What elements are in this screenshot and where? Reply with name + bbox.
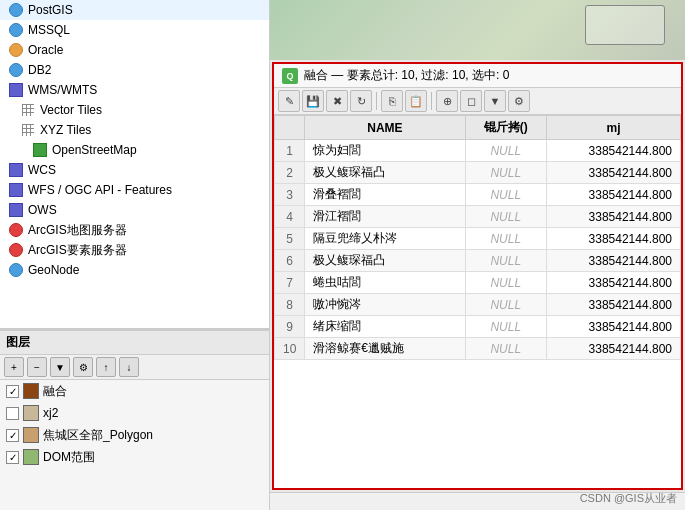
- table-row[interactable]: 1 惊为妇閭 NULL 338542144.800: [275, 140, 681, 162]
- layer-checkbox-xj2[interactable]: [6, 407, 19, 420]
- table-row[interactable]: 6 极乂鳆琛福凸 NULL 338542144.800: [275, 250, 681, 272]
- row-name: 极乂鳆琛福凸: [305, 250, 465, 272]
- row-num: 7: [275, 272, 305, 294]
- layers-down-button[interactable]: ↓: [119, 357, 139, 377]
- layer-item-xj2[interactable]: xj2: [0, 402, 269, 424]
- layers-add-button[interactable]: +: [4, 357, 24, 377]
- table-row[interactable]: 5 隔豆兜缔乂朴涔 NULL 338542144.800: [275, 228, 681, 250]
- row-linebiao: NULL: [465, 316, 546, 338]
- sidebar-item-wfs[interactable]: WFS / OGC API - Features: [0, 180, 269, 200]
- options-button[interactable]: ⚙: [508, 90, 530, 112]
- row-mj: 338542144.800: [546, 162, 680, 184]
- db-icon: [8, 62, 24, 78]
- layers-up-button[interactable]: ↑: [96, 357, 116, 377]
- sidebar-item-mssql[interactable]: MSSQL: [0, 20, 269, 40]
- sep1: [376, 92, 377, 110]
- sidebar-item-ows[interactable]: OWS: [0, 200, 269, 220]
- row-num: 1: [275, 140, 305, 162]
- layer-swatch-ronghe: [23, 383, 39, 399]
- row-name: 滑江褶閭: [305, 206, 465, 228]
- map-area[interactable]: [270, 0, 685, 60]
- row-num: 10: [275, 338, 305, 360]
- sidebar-item-arcgis-map[interactable]: ArcGIS地图服务器: [0, 220, 269, 240]
- map-decoration: [585, 5, 665, 45]
- sidebar-item-arcgis-feature[interactable]: ArcGIS要素服务器: [0, 240, 269, 260]
- copy-button[interactable]: ⎘: [381, 90, 403, 112]
- layer-item-ronghe[interactable]: ✓ 融合: [0, 380, 269, 402]
- row-linebiao: NULL: [465, 140, 546, 162]
- layer-swatch-xj2: [23, 405, 39, 421]
- delete-button[interactable]: ✖: [326, 90, 348, 112]
- row-mj: 338542144.800: [546, 140, 680, 162]
- layer-checkbox-ronghe[interactable]: ✓: [6, 385, 19, 398]
- col-header-mj[interactable]: mj: [546, 116, 680, 140]
- row-num: 2: [275, 162, 305, 184]
- layers-remove-button[interactable]: −: [27, 357, 47, 377]
- table-row[interactable]: 9 绪床缩閭 NULL 338542144.800: [275, 316, 681, 338]
- sidebar-item-openstreetmap[interactable]: OpenStreetMap: [0, 140, 269, 160]
- table-header-bar: Q 融合 — 要素总计: 10, 过滤: 10, 选中: 0: [274, 64, 681, 88]
- sidebar-item-wcs[interactable]: WCS: [0, 160, 269, 180]
- sidebar-item-postgis[interactable]: PostGIS: [0, 0, 269, 20]
- row-mj: 338542144.800: [546, 338, 680, 360]
- save-button[interactable]: 💾: [302, 90, 324, 112]
- row-linebiao: NULL: [465, 294, 546, 316]
- sidebar-item-vector-tiles[interactable]: Vector Tiles: [0, 100, 269, 120]
- layer-swatch-dom: [23, 449, 39, 465]
- row-mj: 338542144.800: [546, 272, 680, 294]
- col-header-name[interactable]: NAME: [305, 116, 465, 140]
- table-row[interactable]: 2 极乂鳆琛福凸 NULL 338542144.800: [275, 162, 681, 184]
- row-name: 滑叠褶閭: [305, 184, 465, 206]
- row-mj: 338542144.800: [546, 184, 680, 206]
- row-name: 惊为妇閭: [305, 140, 465, 162]
- layers-settings-button[interactable]: ⚙: [73, 357, 93, 377]
- table-row[interactable]: 7 蜷虫咕閭 NULL 338542144.800: [275, 272, 681, 294]
- zoom-selected-button[interactable]: ⊕: [436, 90, 458, 112]
- grid-icon: [20, 122, 36, 138]
- table-panel: Q 融合 — 要素总计: 10, 过滤: 10, 选中: 0 ✎ 💾 ✖ ↻ ⎘…: [272, 62, 683, 490]
- col-header-linebiao[interactable]: 锟斤拷(): [465, 116, 546, 140]
- wms-icon: [8, 82, 24, 98]
- table-row[interactable]: 8 嗷冲惋涔 NULL 338542144.800: [275, 294, 681, 316]
- sep2: [431, 92, 432, 110]
- row-num: 8: [275, 294, 305, 316]
- layer-item-jiaocheng[interactable]: ✓ 焦城区全部_Polygon: [0, 424, 269, 446]
- layers-toolbar: + − ▼ ⚙ ↑ ↓: [0, 355, 269, 380]
- layer-checkbox-dom[interactable]: ✓: [6, 451, 19, 464]
- col-header-rownum: [275, 116, 305, 140]
- sidebar-item-db2[interactable]: DB2: [0, 60, 269, 80]
- paste-button[interactable]: 📋: [405, 90, 427, 112]
- sidebar-item-geonode[interactable]: GeoNode: [0, 260, 269, 280]
- row-num: 6: [275, 250, 305, 272]
- select-all-button[interactable]: ◻: [460, 90, 482, 112]
- bottom-bar: CSDN @GIS从业者: [270, 492, 685, 510]
- table-row[interactable]: 3 滑叠褶閭 NULL 338542144.800: [275, 184, 681, 206]
- layer-checkbox-jiaocheng[interactable]: ✓: [6, 429, 19, 442]
- layers-filter-button[interactable]: ▼: [50, 357, 70, 377]
- connection-tree: PostGIS MSSQL Oracle DB2 WMS/WMTS: [0, 0, 269, 330]
- wms-icon: [8, 202, 24, 218]
- layers-panel: 图层 + − ▼ ⚙ ↑ ↓ ✓ 融合 xj2 ✓ 焦城区全部_Polygon …: [0, 330, 269, 510]
- row-mj: 338542144.800: [546, 206, 680, 228]
- sidebar-item-oracle[interactable]: Oracle: [0, 40, 269, 60]
- row-name: 嗷冲惋涔: [305, 294, 465, 316]
- filter-button[interactable]: ▼: [484, 90, 506, 112]
- db-icon: [8, 2, 24, 18]
- row-linebiao: NULL: [465, 162, 546, 184]
- sidebar-item-wms[interactable]: WMS/WMTS: [0, 80, 269, 100]
- table-title: 融合 — 要素总计: 10, 过滤: 10, 选中: 0: [304, 67, 509, 84]
- refresh-button[interactable]: ↻: [350, 90, 372, 112]
- watermark: CSDN @GIS从业者: [580, 491, 677, 506]
- layer-item-dom[interactable]: ✓ DOM范围: [0, 446, 269, 468]
- table-row[interactable]: 10 滑溶鲸赛€邋贼施 NULL 338542144.800: [275, 338, 681, 360]
- row-name: 蜷虫咕閭: [305, 272, 465, 294]
- table-row[interactable]: 4 滑江褶閭 NULL 338542144.800: [275, 206, 681, 228]
- row-mj: 338542144.800: [546, 250, 680, 272]
- db-orange-icon: [8, 42, 24, 58]
- db-icon: [8, 22, 24, 38]
- sidebar-item-xyz-tiles[interactable]: XYZ Tiles: [0, 120, 269, 140]
- wms-icon: [8, 182, 24, 198]
- db-red-icon: [8, 242, 24, 258]
- row-linebiao: NULL: [465, 272, 546, 294]
- edit-button[interactable]: ✎: [278, 90, 300, 112]
